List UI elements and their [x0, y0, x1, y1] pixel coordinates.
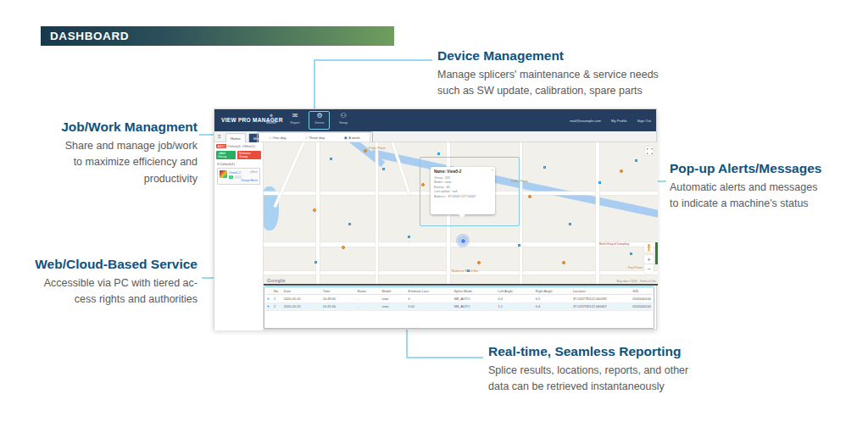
annotation-body-line: Accessible via PC with tiered ac- [17, 275, 198, 291]
poi-marker-icon [528, 195, 531, 198]
pegman-icon [646, 244, 652, 252]
annotation-title: Real-time, Seamless Reporting [488, 344, 768, 359]
sign-out-link[interactable]: Sign Out [637, 119, 651, 123]
add-group-button[interactable]: +Add Group [216, 151, 236, 159]
device-marker-icon [543, 166, 546, 169]
my-profile-link[interactable]: My Profile [611, 119, 627, 123]
terms-of-use-link[interactable]: Terms of Use [640, 280, 656, 283]
device-marker-icon [518, 244, 520, 247]
app-window: VIEW PRO MANAGER ⌖ Monitor ✉ Report ⚙ De… [214, 108, 657, 330]
device-marker-icon [467, 269, 470, 272]
annotation-body-line: to maximize efficiency and [25, 154, 198, 170]
device-marker-icon [598, 181, 601, 184]
annotation-reporting: Real-time, Seamless Reporting Splice res… [488, 344, 768, 396]
poi-marker-icon [562, 261, 565, 264]
device-marker-icon [630, 253, 632, 255]
device-badge: 1 [229, 175, 233, 179]
device-nav-highlight-box [309, 111, 330, 130]
zoom-out-button[interactable]: − [644, 264, 654, 274]
people-icon: ⚇ [333, 112, 353, 119]
annotation-body-line: Automatic alerts and messages [670, 180, 860, 196]
device-marker-icon [437, 153, 440, 155]
poi-label: Public Phone [369, 147, 386, 150]
poi-marker-icon [342, 246, 345, 249]
nav-label: Monitor [261, 121, 281, 125]
table-highlight-box [264, 286, 654, 329]
annotation-body-line: Manage splicers' maintenance & service n… [437, 67, 717, 83]
poi-label: North King of Dumpling [599, 242, 629, 246]
page: DASHBOARD Device Management Manage splic… [0, 0, 868, 433]
device-marker-icon [382, 168, 385, 170]
connector-device-h [314, 59, 432, 61]
annotation-popup-alerts: Pop-up Alerts/Messages Automatic alerts … [670, 161, 860, 213]
nav-item-monitor[interactable]: ⌖ Monitor [261, 112, 281, 125]
annotation-body-line: productivity [25, 171, 198, 187]
poi-marker-icon [620, 169, 623, 173]
zoom-in-button[interactable]: + [644, 255, 654, 264]
device-badge-secondary [235, 175, 242, 179]
annotation-job-work: Job/Work Managment Share and manage job/… [25, 119, 198, 187]
annotation-body-line: cess rights and authorities [17, 291, 198, 308]
poi-marker-icon [313, 208, 316, 212]
filter-offline[interactable]: Offline(1) [242, 145, 255, 148]
nav-item-group[interactable]: ⚇ Group [333, 112, 353, 125]
nav-item-report[interactable]: ✉ Report [285, 112, 305, 125]
tab-home-label: Home [231, 136, 241, 141]
map-zoom-control: + − [644, 255, 654, 274]
filter-all[interactable]: All(1) [216, 144, 226, 148]
device-marker-icon [314, 261, 317, 264]
message-icon: ✉ [285, 112, 305, 119]
popup-highlight-box [420, 157, 520, 226]
poi-marker-icon [364, 149, 367, 153]
filter-online[interactable]: Online(0) [228, 145, 241, 148]
device-sidebar: All(1) Online(0) Offline(1) +Add Group R… [214, 142, 264, 330]
location-pin-icon: ⌖ [261, 112, 281, 119]
nav-label: Report [285, 121, 305, 125]
connector-report-h [406, 357, 483, 358]
map-road [274, 142, 307, 208]
annotation-body-line: such as SW update, calibration, spare pa… [437, 83, 717, 99]
group-tree-root[interactable]: ⊟ Default(1) [214, 160, 263, 167]
dashboard-banner-title: DASHBOARD [50, 30, 129, 42]
street-view-pegman[interactable] [644, 243, 654, 253]
annotation-body-line: data can be retrieved instantaneously [488, 379, 768, 395]
hamburger-icon[interactable]: ≡ [218, 134, 221, 139]
status-green-bar [655, 242, 659, 264]
poi-label: Fuyi Phone [628, 266, 643, 269]
device-status: offline [250, 170, 258, 174]
remove-group-button[interactable]: Remove Group [237, 151, 261, 159]
map-table-divider [264, 284, 658, 286]
device-thumbnail [220, 170, 227, 178]
annotation-title: Web/Cloud-Based Service [17, 257, 198, 272]
map-road [520, 142, 522, 285]
map-attribution: Map data ©2020 [617, 280, 637, 283]
annotation-web-cloud: Web/Cloud-Based Service Accessible via P… [17, 257, 198, 308]
device-marker-icon [348, 223, 351, 225]
annotation-title: Job/Work Managment [25, 119, 198, 135]
account-email: mail@example.com [570, 119, 601, 123]
connector-device-v [314, 59, 315, 109]
annotation-body-line: to indicate a machine's status [670, 196, 860, 212]
fullscreen-icon [647, 148, 653, 154]
annotation-body-line: Share and manage job/work [25, 138, 198, 154]
device-marker-icon [330, 158, 332, 160]
map-road [390, 142, 410, 196]
annotation-body-line: Splice results, locations, reports, and … [488, 363, 768, 379]
annotation-title: Device Management [437, 48, 717, 64]
fullscreen-button[interactable] [645, 147, 654, 155]
device-marker-icon [569, 223, 571, 225]
annotation-device-management: Device Management Manage splicers' maint… [437, 48, 717, 100]
app-navbar: VIEW PRO MANAGER ⌖ Monitor ✉ Report ⚙ De… [214, 109, 656, 131]
machine-marker[interactable] [460, 238, 466, 244]
tab-home[interactable]: Home [225, 133, 246, 143]
map-canvas[interactable]: Public Phone Public Phone Barbecue Snack… [264, 142, 658, 285]
poi-marker-icon [477, 261, 481, 264]
device-marker-icon [408, 236, 410, 238]
map-road [596, 142, 599, 285]
device-name[interactable]: View5-2 [229, 170, 241, 175]
device-list-item[interactable]: View5-2 offline 1 Group Move [217, 168, 260, 185]
group-move-link[interactable]: Group Move [241, 179, 258, 182]
dashboard-banner: DASHBOARD [41, 26, 394, 46]
connector-report-v [406, 328, 408, 358]
poi-label: Barbecue Snack Bar [452, 269, 478, 273]
